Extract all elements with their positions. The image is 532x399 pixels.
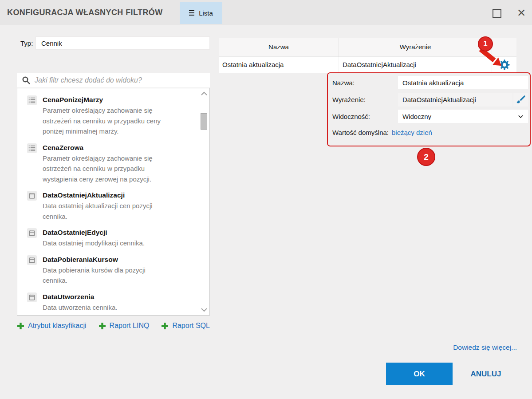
list-icon: [27, 95, 37, 105]
close-button[interactable]: ×: [514, 3, 529, 22]
custom-filters-dialog: KONFIGURACJA WŁASNYCH FILTRÓW Lista × Ty…: [0, 0, 532, 399]
tab-lista[interactable]: Lista: [180, 2, 222, 24]
filter-description: Parametr określający zachowanie się ostr…: [43, 153, 153, 185]
filter-name: DataOstatniejEdycji: [43, 227, 145, 238]
filter-description: Parametr określający zachowanie się ostr…: [43, 105, 161, 137]
detail-widocznosc-label: Widoczność:: [332, 113, 370, 120]
brush-icon: [516, 95, 526, 105]
scrollbar-thumb[interactable]: [201, 113, 207, 130]
filter-search-box: [17, 73, 210, 87]
filters-table-header: Nazwa Wyrażenie: [219, 38, 516, 56]
type-field[interactable]: [35, 36, 210, 50]
plus-icon: [17, 322, 24, 330]
filter-name: DataOstatniejAktualizacji: [43, 190, 153, 201]
search-input[interactable]: [31, 76, 210, 84]
chevron-down-icon: [517, 113, 524, 121]
column-header-wyrazenie[interactable]: Wyrażenie: [339, 38, 492, 56]
filter-description: Data pobierania kursów dla pozycji cenni…: [43, 265, 146, 286]
type-label: Typ:: [20, 40, 33, 47]
detail-nazwa-field[interactable]: [398, 76, 528, 89]
titlebar: KONFIGURACJA WŁASNYCH FILTRÓW Lista ×: [0, 0, 532, 25]
list-item-dataostatniejedycji[interactable]: DataOstatniejEdycji Data ostatniej modyf…: [27, 227, 209, 249]
add-links-row: Atrybut klasyfikacji Raport LINQ Raport …: [17, 322, 210, 330]
add-sql-report-link[interactable]: Raport SQL: [161, 322, 209, 330]
add-linq-report-link[interactable]: Raport LINQ: [99, 322, 150, 330]
add-link-label: Atrybut klasyfikacji: [28, 322, 87, 330]
maximize-button[interactable]: [493, 9, 501, 18]
list-item-cenaponizejmarzy[interactable]: CenaPonizejMarzy Parametr określający za…: [27, 95, 209, 137]
add-link-label: Raport LINQ: [110, 322, 150, 330]
cell-wyrazenie: DataOstatniejAktualizacji: [339, 56, 492, 73]
menu-bars-icon: [189, 10, 194, 16]
ok-button[interactable]: OK: [386, 363, 453, 385]
table-row[interactable]: Ostatnia aktualizacja DataOstatniejAktua…: [219, 56, 516, 73]
add-link-label: Raport SQL: [172, 322, 209, 330]
chevron-up-icon: [200, 90, 208, 97]
dialog-title: KONFIGURACJA WŁASNYCH FILTRÓW: [7, 0, 163, 25]
filter-name: DataUtworzenia: [43, 292, 117, 302]
filter-name: DataPobieraniaKursow: [43, 254, 146, 265]
visibility-value: Widoczny: [402, 113, 431, 120]
column-header-actions: [492, 38, 516, 56]
filter-detail-callout: Nazwa: Wyrażenie: DataOstatniejAktualiza…: [327, 72, 531, 146]
close-icon: ×: [517, 5, 526, 20]
detail-default-label: Wartość domyślna:: [332, 129, 389, 136]
filter-description: Data ostatniej aktualizacji cen pozycji …: [43, 201, 153, 221]
scroll-up-button[interactable]: [200, 90, 208, 97]
edit-expression-button[interactable]: [513, 93, 528, 107]
filter-description: Data ostatniej modyfikacji cennika.: [43, 238, 145, 249]
detail-wyrazenie-field[interactable]: DataOstatniejAktualizacji: [398, 93, 512, 107]
tab-lista-label: Lista: [199, 9, 213, 17]
list-item-cenazerowa[interactable]: CenaZerowa Parametr określający zachowan…: [27, 142, 209, 185]
add-classification-attribute-link[interactable]: Atrybut klasyfikacji: [17, 322, 87, 330]
chevron-down-icon: [200, 306, 208, 313]
list-item-datautworzenia[interactable]: DataUtworzenia Data utworzenia cennika.: [27, 292, 209, 313]
search-icon: [21, 75, 31, 85]
list-item-datapobieraniakursow[interactable]: DataPobieraniaKursow Data pobierania kur…: [27, 254, 209, 286]
calendar-icon: [27, 228, 37, 238]
plus-icon: [99, 322, 106, 330]
list-item-dataostatniejaktualizacji[interactable]: DataOstatniejAktualizacji Data ostatniej…: [27, 190, 209, 221]
learn-more-link[interactable]: Dowiedz się więcej...: [453, 344, 517, 352]
detail-nazwa-label: Nazwa:: [332, 79, 355, 87]
filter-name: CenaPonizejMarzy: [43, 95, 161, 105]
calendar-icon: [27, 255, 37, 265]
detail-wyrazenie-label: Wyrażenie:: [332, 96, 366, 103]
calendar-icon: [27, 292, 37, 302]
filter-list: CenaPonizejMarzy Parametr określający za…: [17, 88, 210, 316]
row-settings-button[interactable]: [492, 56, 516, 73]
default-value-link[interactable]: bieżący dzień: [392, 129, 432, 136]
scroll-down-button[interactable]: [200, 306, 208, 313]
filter-name: CenaZerowa: [43, 142, 153, 153]
column-header-nazwa[interactable]: Nazwa: [219, 38, 339, 56]
list-icon: [27, 143, 37, 153]
cell-nazwa: Ostatnia aktualizacja: [219, 56, 339, 73]
calendar-icon: [27, 191, 37, 201]
cancel-button[interactable]: ANULUJ: [461, 363, 510, 385]
plus-icon: [161, 322, 169, 330]
step-badge-2: 2: [417, 148, 435, 166]
step-badge-1: 1: [478, 36, 493, 51]
gear-icon: [498, 59, 511, 71]
filter-description: Data utworzenia cennika.: [43, 302, 117, 313]
visibility-dropdown[interactable]: Widoczny: [398, 110, 528, 123]
